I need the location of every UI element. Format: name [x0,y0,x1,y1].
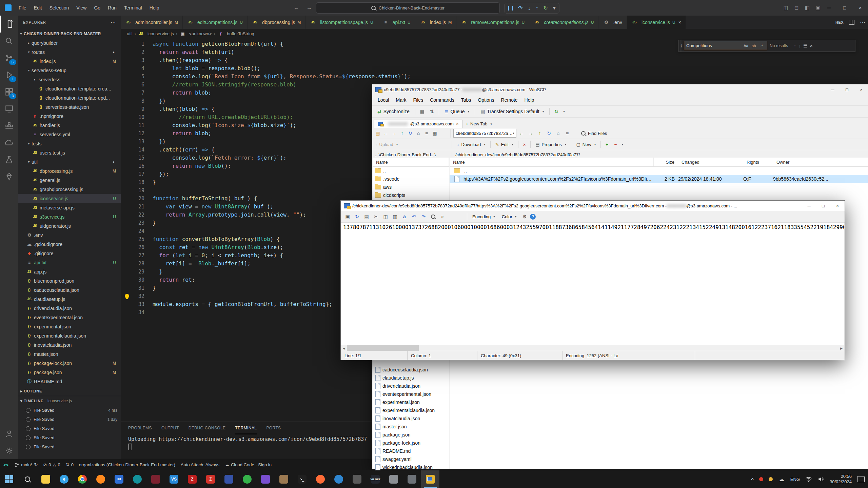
open-folder-icon[interactable]: ▤ [374,129,382,137]
add-icon[interactable]: + [603,141,611,148]
remove-icon[interactable]: − [612,141,619,148]
menu-run[interactable]: Run [104,3,120,12]
color-dropdown[interactable]: Color ▾ [499,213,519,221]
pause-icon[interactable] [508,6,513,11]
tree-item-serverless-setup[interactable]: ▾serverless-setup [18,66,121,75]
tree-item-routes[interactable]: ▾routes● [18,47,121,57]
encoding-dropdown[interactable]: Encoding ▾ [470,213,498,221]
forward-icon[interactable]: → [390,129,398,137]
forward-icon[interactable]: → [527,129,535,137]
auto-attach-item[interactable]: Auto Attach: Always [178,459,222,470]
tree-item-cloudformation-template-upd...[interactable]: {}cloudformation-template-upd... [18,93,121,102]
back-icon[interactable]: ← [517,129,526,137]
winscp-menu-mark[interactable]: Mark [392,96,410,104]
tree-item-bluemoonprod.json[interactable]: {}bluemoonprod.json [18,276,121,285]
ports-item[interactable]: ⇅ 0 [63,459,76,470]
menu-selection[interactable]: Selection [46,3,73,12]
taskbar-vbnet-app[interactable]: VB.NET [366,470,384,488]
redo-icon[interactable]: ↷ [419,212,428,221]
local-file-row[interactable]: .. [373,167,449,175]
local-file-row[interactable]: claudiasetup.js [373,374,449,382]
help-icon[interactable]: ? [530,214,536,220]
nav-back-icon[interactable]: ← [294,5,299,11]
properties-button[interactable]: ▤Properties▾ [533,141,569,148]
local-file-row[interactable]: README.md [373,447,449,455]
match-case-icon[interactable]: Aa [743,42,749,49]
delete-button[interactable]: × [521,141,528,148]
search-icon[interactable] [0,33,18,49]
refresh-icon[interactable]: ↻ [545,129,553,137]
minimize-button[interactable]: ─ [802,201,816,211]
list-icon[interactable]: ▦ [431,129,439,137]
breadcrumb-item[interactable]: ▣<unknown> [179,31,212,36]
taskbar-darkred-app[interactable] [146,470,165,488]
close-button[interactable]: × [852,0,868,16]
tree-item-experimental.json[interactable]: {}experimental.json [18,322,121,331]
size-column-header[interactable]: Size [654,158,678,166]
tree-item-.serverless[interactable]: ▾.serverless [18,75,121,84]
taskbar-firefox-browser[interactable] [92,470,110,488]
rights-column-header[interactable]: Rights [743,158,773,166]
split-editor-icon[interactable] [849,20,854,25]
home-icon[interactable]: ⌂ [554,129,562,137]
tree-item-dbprocessing.js[interactable]: JSdbprocessing.jsM [18,166,121,176]
timeline-entry[interactable]: File Saved4 hrs [18,406,121,415]
taskbar-file-explorer[interactable] [37,470,55,488]
tab-iconservice.js[interactable]: JSiconservice.jsU× [627,16,686,29]
breadcrumb-item[interactable]: JSiconservice.js [138,31,174,36]
tab-editCompetitions.js[interactable]: JSeditCompetitions.jsU [183,16,248,29]
cut-icon[interactable]: ✂ [372,212,380,221]
transfer-settings-dropdown[interactable]: ▤ Transfer Settings Default ▾ [478,107,547,116]
close-tab-icon[interactable]: × [678,20,681,25]
find-input[interactable]: Competitions Aa ab .* [684,41,767,50]
menu-go[interactable]: Go [90,3,104,12]
queue-button[interactable]: ≣ Queue ▾ [442,107,472,116]
winscp-menu-local[interactable]: Local [374,96,392,104]
tray-red-icon[interactable] [759,477,763,481]
local-file-row[interactable]: aws [373,183,449,191]
cloud-code-item[interactable]: ☁ Cloud Code - Sign in [222,459,274,470]
tree-item-package-lock.json[interactable]: {}package-lock.jsonM [18,359,121,368]
outline-section[interactable]: ▸ OUTLINE [18,386,121,396]
toggle-panel-icon[interactable]: ⊟ [794,5,799,11]
select-all-icon[interactable]: a [400,212,409,221]
gcp-project-item[interactable]: organizations (Chicken-Dinner-Back-End-m… [76,459,178,470]
minimize-button[interactable]: ─ [821,0,837,16]
name-column-header[interactable]: Name [373,158,449,166]
action-center-icon[interactable] [857,476,865,482]
taskbar-printer-app[interactable] [384,470,403,488]
panel-tab-problems[interactable]: PROBLEMS [128,422,152,434]
taskbar-winscp[interactable] [421,470,439,488]
breadcrumb-item[interactable]: ƒbufferToString [217,31,254,36]
tree-icon[interactable]: ≡ [563,129,571,137]
quick-fix-lightbulb-icon[interactable] [125,294,129,298]
editor-dialog-content[interactable]: 1378078711310261000013737268820001060001… [341,223,844,345]
local-file-row[interactable]: inovatclaudia.json [373,414,449,423]
tree-item-package.json[interactable]: {}package.jsonM [18,368,121,377]
taskbar-filezilla[interactable]: Z [183,470,201,488]
extensions-icon[interactable]: 3 [0,83,18,100]
tree-item-users.test.js[interactable]: JSusers.test.js [18,148,121,157]
back-icon[interactable]: ← [382,129,390,137]
tab-admincontroller.js[interactable]: JSadmincontroller.jsM [121,16,183,29]
refresh-icon[interactable]: ↻ [406,129,414,137]
session-tab[interactable]: ######## @s3.amazonaws.com × [374,120,462,128]
menu-file[interactable]: File [15,3,30,12]
hidden-icons-chevron[interactable]: ^ [751,477,754,482]
tree-item-serverless-state.json[interactable]: {}serverless-state.json [18,102,121,111]
taskbar-terminal-app[interactable]: >_ [293,470,311,488]
tab-dbprocessing.js[interactable]: JSdbprocessing.jsM [248,16,305,29]
volume-icon[interactable] [817,476,824,483]
remote-indicator[interactable]: >< [0,459,12,470]
scroll-left-icon[interactable]: ◀ [341,345,347,351]
local-file-row[interactable]: .vscode [373,175,449,183]
winscp-menu-files[interactable]: Files [410,96,427,104]
tree-item-.env[interactable]: ⚙.env [18,230,121,240]
taskbar-teal-app[interactable] [128,470,146,488]
source-control-icon[interactable]: 17 [0,49,18,66]
maximize-button[interactable]: □ [816,201,830,211]
toggle-secondary-sidebar-icon[interactable]: ◧ [805,5,810,11]
reload-icon[interactable]: ↻ [353,212,361,221]
taskbar-chrome-browser[interactable] [73,470,92,488]
tab-api.txt[interactable]: ≡api.txtU [378,16,415,29]
